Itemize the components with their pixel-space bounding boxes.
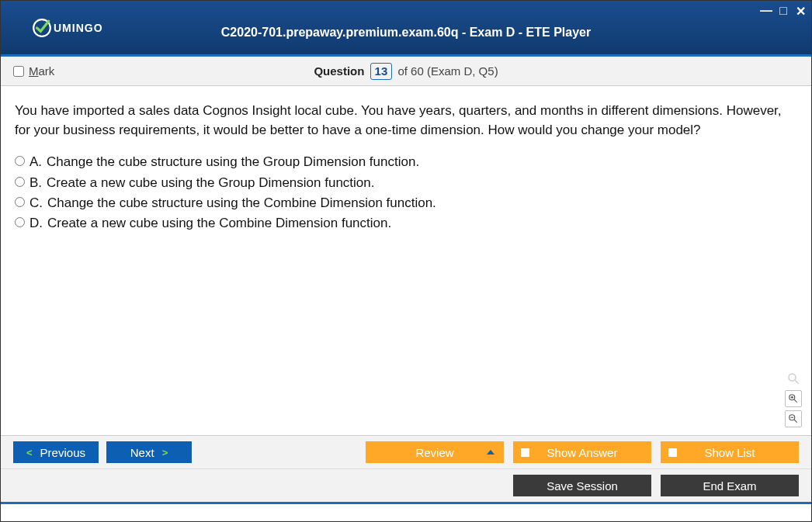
option-d-radio[interactable] — [15, 217, 25, 227]
question-counter: Question 13 of 60 (Exam D, Q5) — [1, 63, 811, 80]
svg-line-2 — [795, 380, 799, 384]
app-logo: UMINGO — [32, 18, 103, 38]
zoom-in-button[interactable] — [785, 390, 802, 407]
option-d-text: Create a new cube using the Combine Dime… — [47, 213, 391, 233]
chevron-left-icon: < — [26, 447, 33, 458]
mark-checkbox[interactable] — [13, 66, 24, 77]
option-c-radio[interactable] — [15, 197, 25, 207]
option-b-radio[interactable] — [15, 177, 25, 187]
title-bar: UMINGO C2020-701.prepaway.premium.exam.6… — [1, 1, 811, 57]
question-bar: Mark Question 13 of 60 (Exam D, Q5) — [1, 57, 811, 86]
svg-point-1 — [789, 374, 796, 381]
show-answer-button[interactable]: Show Answer — [513, 441, 651, 463]
option-c[interactable]: C. Change the cube structure using the C… — [15, 193, 797, 213]
triangle-up-icon — [487, 450, 494, 455]
option-d[interactable]: D. Create a new cube using the Combine D… — [15, 213, 797, 233]
svg-line-8 — [794, 420, 796, 423]
search-icon[interactable] — [785, 370, 802, 387]
mark-label[interactable]: Mark — [29, 64, 54, 78]
brand-text: UMINGO — [54, 22, 103, 34]
logo-check-icon — [32, 18, 52, 38]
previous-button[interactable]: < Previous — [13, 441, 99, 463]
maximize-button[interactable]: □ — [777, 4, 789, 19]
footer-primary: < Previous Next > Review Show Answer Sho… — [1, 435, 811, 468]
question-prompt: You have imported a sales data Cognos In… — [15, 102, 797, 140]
option-c-text: Change the cube structure using the Comb… — [47, 193, 436, 213]
svg-line-4 — [794, 399, 796, 403]
option-a-radio[interactable] — [15, 156, 25, 166]
stop-icon — [521, 448, 529, 457]
close-button[interactable]: ✕ — [794, 4, 807, 19]
zoom-out-button[interactable] — [785, 410, 802, 427]
stop-icon — [668, 448, 677, 457]
answer-options: A. Change the cube structure using the G… — [15, 152, 797, 233]
zoom-controls — [785, 370, 802, 427]
window-controls: — □ ✕ — [760, 4, 807, 19]
end-exam-button[interactable]: End Exam — [661, 475, 799, 496]
option-a-text: Change the cube structure using the Grou… — [47, 152, 419, 172]
option-b[interactable]: B. Create a new cube using the Group Dim… — [15, 173, 797, 193]
option-a[interactable]: A. Change the cube structure using the G… — [15, 152, 797, 172]
next-button[interactable]: Next > — [106, 441, 192, 463]
question-number: 13 — [370, 63, 393, 80]
option-b-text: Create a new cube using the Group Dimens… — [47, 173, 374, 193]
chevron-right-icon: > — [162, 447, 168, 458]
save-session-button[interactable]: Save Session — [513, 475, 651, 496]
show-list-button[interactable]: Show List — [661, 441, 799, 463]
question-content: You have imported a sales data Cognos In… — [1, 86, 811, 435]
minimize-button[interactable]: — — [760, 4, 772, 19]
footer-secondary: Save Session End Exam — [1, 468, 811, 504]
window-title: C2020-701.prepaway.premium.exam.60q - Ex… — [1, 26, 811, 40]
mark-checkbox-wrap[interactable]: Mark — [13, 64, 54, 78]
review-button[interactable]: Review — [366, 441, 504, 463]
